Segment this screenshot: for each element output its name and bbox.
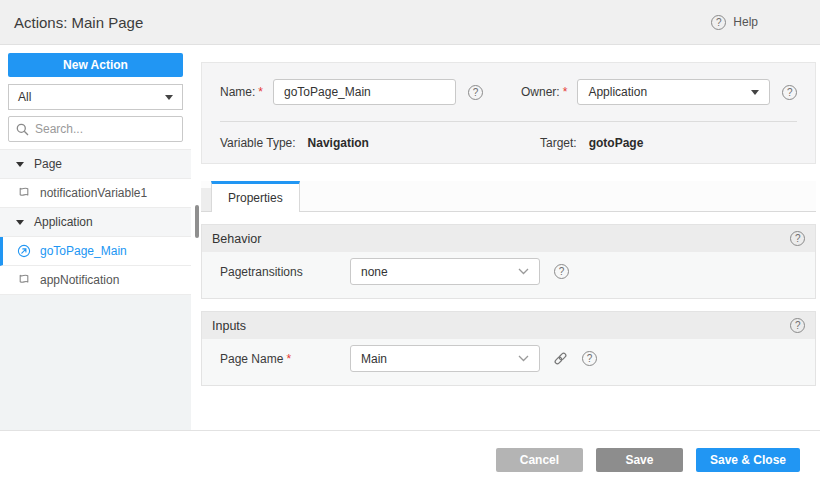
tree-item-notificationVariable1[interactable]: notificationVariable1	[0, 179, 191, 208]
owner-label: Owner:	[521, 85, 560, 99]
search-input[interactable]	[35, 122, 175, 136]
required-marker: *	[563, 85, 568, 99]
inputs-help-icon[interactable]: ?	[790, 318, 805, 333]
panel-divider	[220, 121, 797, 122]
tabbar-spacer	[201, 188, 211, 211]
action-header-panel: Name:* ? Owner:* Application ?	[201, 62, 816, 164]
tree-group-application[interactable]: Application	[0, 208, 191, 237]
pagetransitions-label: Pagetransitions	[220, 265, 350, 279]
action-detail-panel: Name:* ? Owner:* Application ?	[191, 45, 820, 430]
inputs-section-header: Inputs ?	[202, 312, 815, 339]
target-label: Target:	[540, 136, 577, 150]
variable-type-value: Navigation	[308, 136, 369, 150]
owner-value: Application	[588, 85, 647, 99]
inputs-title: Inputs	[212, 319, 246, 333]
tree-group-label: Application	[34, 215, 93, 229]
variable-flag-icon	[17, 273, 31, 287]
navigation-icon	[17, 244, 31, 258]
cancel-button[interactable]: Cancel	[496, 448, 583, 472]
variable-flag-icon	[17, 186, 31, 200]
help-button[interactable]: ? Help	[711, 15, 758, 30]
inputs-section: Inputs ? Page Name* Main	[201, 311, 816, 386]
tab-bar: Properties	[201, 181, 816, 212]
search-box[interactable]	[8, 116, 183, 142]
tree-item-goToPage_Main[interactable]: goToPage_Main	[0, 237, 191, 266]
actions-sidebar: New Action All Page	[0, 45, 191, 430]
owner-filter-select[interactable]: All	[8, 84, 183, 110]
behavior-section-header: Behavior ?	[202, 225, 815, 252]
page-name-help-icon[interactable]: ?	[582, 351, 597, 366]
page-name-dropdown[interactable]: Main	[350, 345, 540, 372]
behavior-help-icon[interactable]: ?	[790, 231, 805, 246]
owner-help-icon[interactable]: ?	[782, 85, 797, 100]
required-marker: *	[286, 352, 291, 366]
page-name-value: Main	[361, 352, 387, 366]
sidebar-empty-area	[0, 295, 191, 430]
page-name-label: Page Name*	[220, 352, 350, 366]
chevron-down-icon	[518, 355, 529, 362]
save-and-close-button[interactable]: Save & Close	[696, 448, 800, 472]
name-help-icon[interactable]: ?	[468, 85, 483, 100]
page-title: Actions: Main Page	[14, 14, 143, 31]
dropdown-arrow-icon	[751, 90, 759, 95]
behavior-section: Behavior ? Pagetransitions none ?	[201, 224, 816, 299]
actions-editor-window: Actions: Main Page ? Help New Action All	[0, 0, 820, 488]
collapse-caret-icon[interactable]	[16, 162, 24, 167]
name-input[interactable]	[273, 79, 456, 105]
new-action-button[interactable]: New Action	[8, 53, 183, 77]
save-button[interactable]: Save	[596, 448, 683, 472]
tree-item-label: goToPage_Main	[40, 244, 127, 258]
filter-value: All	[18, 90, 31, 104]
target-value: gotoPage	[589, 136, 644, 150]
scrollbar-thumb[interactable]	[195, 205, 199, 238]
pagetransitions-dropdown[interactable]: none	[350, 258, 540, 285]
tree-item-label: appNotification	[40, 273, 119, 287]
variable-type-label: Variable Type:	[220, 136, 296, 150]
tab-properties[interactable]: Properties	[211, 181, 300, 212]
tree-group-label: Page	[34, 157, 62, 171]
search-icon	[16, 123, 29, 136]
collapse-caret-icon[interactable]	[16, 220, 24, 225]
tree-item-label: notificationVariable1	[40, 186, 147, 200]
actions-tree: Page notificationVariable1 Application	[0, 149, 191, 295]
topbar: Actions: Main Page ? Help	[0, 0, 820, 45]
pagetransitions-value: none	[361, 265, 388, 279]
owner-select[interactable]: Application	[577, 79, 770, 105]
bind-link-icon[interactable]	[553, 351, 568, 366]
dropdown-arrow-icon	[165, 95, 173, 100]
tree-group-page[interactable]: Page	[0, 150, 191, 179]
tree-item-appNotification[interactable]: appNotification	[0, 266, 191, 295]
footer-bar: Cancel Save Save & Close	[0, 430, 820, 488]
pagetransitions-help-icon[interactable]: ?	[554, 264, 569, 279]
behavior-title: Behavior	[212, 232, 261, 246]
help-label: Help	[733, 15, 758, 29]
required-marker: *	[258, 85, 263, 99]
chevron-down-icon	[518, 268, 529, 275]
name-label: Name:	[220, 85, 255, 99]
help-icon: ?	[711, 15, 726, 30]
